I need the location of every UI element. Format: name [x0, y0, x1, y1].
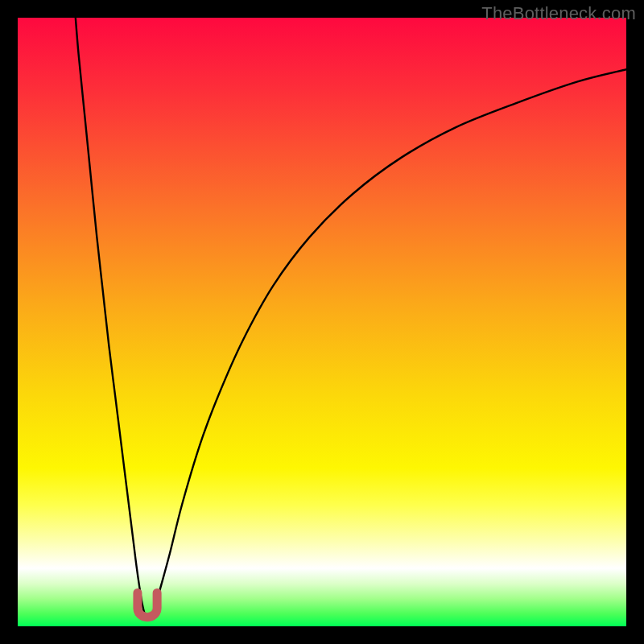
outer-frame: TheBottleneck.com — [0, 0, 644, 644]
gradient-background — [18, 18, 626, 626]
chart-svg — [18, 18, 626, 626]
chart-plot-area — [18, 18, 626, 626]
watermark-text: TheBottleneck.com — [481, 3, 636, 24]
